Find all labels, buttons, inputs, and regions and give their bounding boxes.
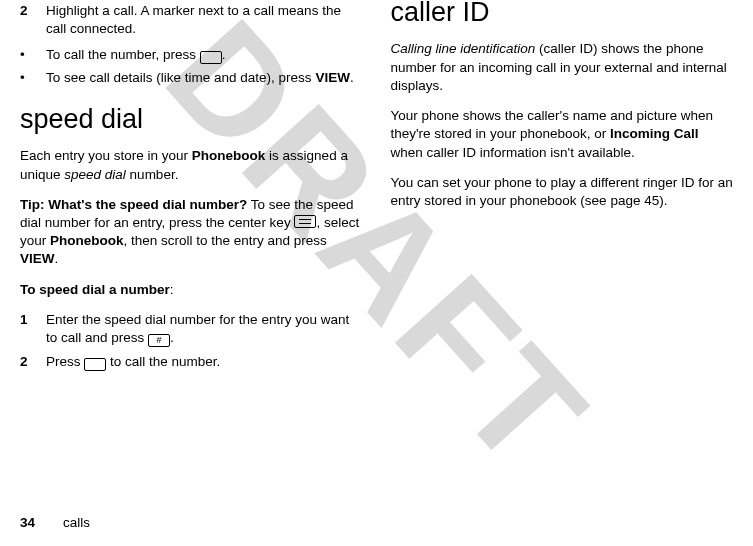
text: number. <box>126 167 179 182</box>
step-number: 2 <box>20 2 46 38</box>
heading-speed-dial: speed dial <box>20 101 363 137</box>
step-text: Highlight a call. A marker next to a cal… <box>46 2 363 38</box>
text: when caller ID information isn't availab… <box>391 145 635 160</box>
caller-id-p3: You can set your phone to play a differe… <box>391 174 734 210</box>
calling-line-term: Calling line identification <box>391 41 536 56</box>
text: , then scroll to the entry and press <box>124 233 327 248</box>
step-number: 1 <box>20 311 46 347</box>
right-column: caller ID Calling line identification (c… <box>377 0 734 546</box>
text: To see call details (like time and date)… <box>46 70 315 85</box>
text: : <box>170 282 174 297</box>
bullet-marker: • <box>20 46 46 64</box>
phonebook-label: Phonebook <box>50 233 124 248</box>
speed-dial-intro: Each entry you store in your Phonebook i… <box>20 147 363 183</box>
text: Enter the speed dial number for the entr… <box>46 312 349 345</box>
step-text: Press to call the number. <box>46 353 363 371</box>
bullet-text: To call the number, press . <box>46 46 226 64</box>
bullet-call-number: • To call the number, press . <box>20 46 363 64</box>
bullet-call-details: • To see call details (like time and dat… <box>20 69 363 87</box>
step-number: 2 <box>20 353 46 371</box>
hash-key-icon: # <box>148 334 170 347</box>
to-speed-dial-lead: To speed dial a number: <box>20 281 363 299</box>
text: to call the number. <box>106 354 220 369</box>
send-key-icon <box>200 51 222 64</box>
send-key-icon <box>84 358 106 371</box>
sub-bullets: • To call the number, press . • To see c… <box>20 46 363 86</box>
bullet-marker: • <box>20 69 46 87</box>
center-key-icon <box>294 215 316 228</box>
step-1-dial: 1 Enter the speed dial number for the en… <box>20 311 363 347</box>
heading-caller-id: caller ID <box>391 0 734 30</box>
caller-id-p1: Calling line identification (caller ID) … <box>391 40 734 95</box>
incoming-call-label: Incoming Call <box>610 126 699 141</box>
caller-id-p2: Your phone shows the caller's name and p… <box>391 107 734 162</box>
step-2: 2 Highlight a call. A marker next to a c… <box>20 2 363 38</box>
tip-paragraph: Tip: What's the speed dial number? To se… <box>20 196 363 269</box>
phonebook-label: Phonebook <box>192 148 266 163</box>
text: To call the number, press <box>46 47 200 62</box>
text: Press <box>46 354 84 369</box>
view-label: VIEW <box>315 70 350 85</box>
step-text: Enter the speed dial number for the entr… <box>46 311 363 347</box>
text: . <box>350 70 354 85</box>
text: . <box>55 251 59 266</box>
step-2-dial: 2 Press to call the number. <box>20 353 363 371</box>
left-column: 2 Highlight a call. A marker next to a c… <box>20 0 377 546</box>
text: . <box>222 47 226 62</box>
text: Each entry you store in your <box>20 148 192 163</box>
text: . <box>170 330 174 345</box>
text: To speed dial a number <box>20 282 170 297</box>
page-content: 2 Highlight a call. A marker next to a c… <box>0 0 753 546</box>
view-label: VIEW <box>20 251 55 266</box>
tip-lead: Tip: What's the speed dial number? <box>20 197 247 212</box>
speed-dial-term: speed dial <box>64 167 126 182</box>
bullet-text: To see call details (like time and date)… <box>46 69 354 87</box>
